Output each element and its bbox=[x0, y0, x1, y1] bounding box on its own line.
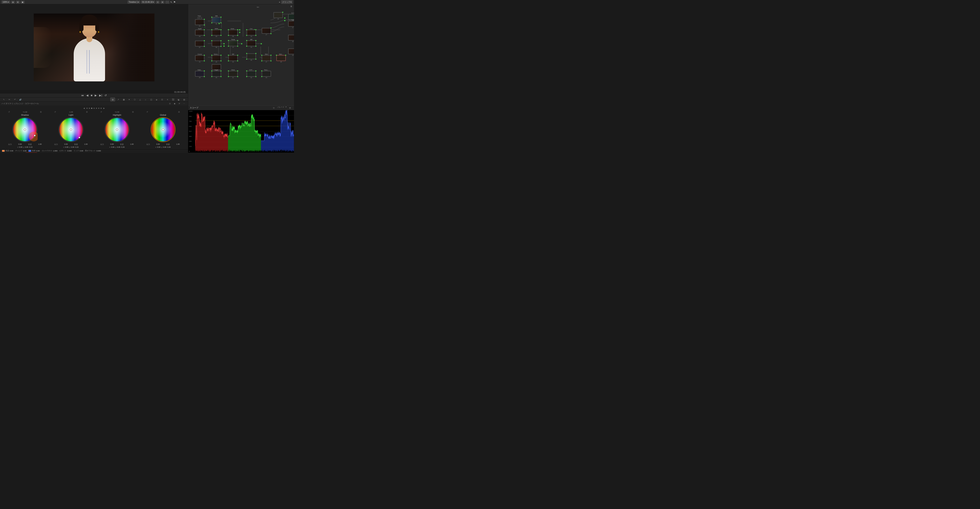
nav-dot-5[interactable] bbox=[96, 108, 97, 109]
node-01[interactable]: Ybai... CST in 01 bbox=[195, 15, 204, 27]
node-wb[interactable]: WB 03 bbox=[212, 15, 221, 24]
tool-custom[interactable]: ✦ bbox=[127, 97, 132, 101]
shadow-wheel[interactable] bbox=[12, 117, 38, 142]
scope-options[interactable]: ⋯ bbox=[182, 102, 186, 105]
node-texu[interactable]: Texu... 33 bbox=[262, 69, 271, 78]
footer-icon-4[interactable]: ✏ bbox=[178, 152, 180, 153]
node-dens[interactable]: Dens... 22 bbox=[212, 53, 221, 62]
footer-icon-2[interactable]: ♪ bbox=[172, 152, 173, 153]
tool-gallery[interactable]: ⬛ bbox=[171, 97, 175, 101]
tint-val[interactable]: 0.00 bbox=[23, 150, 27, 152]
play-btn[interactable]: ▶ bbox=[94, 93, 97, 97]
tool-hdr[interactable]: ⊡ bbox=[160, 97, 164, 101]
node-cst32[interactable]: CST... 32 bbox=[247, 69, 256, 78]
global-expand[interactable]: ⊞ bbox=[178, 111, 180, 113]
node-glow[interactable]: Glow 31 bbox=[228, 69, 238, 78]
clip-dropdown[interactable]: クリップ ▾ bbox=[281, 0, 293, 4]
footer-icon-1[interactable]: ⬡ bbox=[169, 152, 171, 153]
tool-pencil[interactable]: ✏ bbox=[7, 97, 12, 101]
highlight-expand[interactable]: ⊞ bbox=[132, 111, 134, 113]
pivot-val[interactable]: 0.000 bbox=[67, 150, 72, 152]
step-back-btn[interactable]: ◀ bbox=[86, 93, 89, 97]
nav-dot-4[interactable] bbox=[94, 108, 95, 109]
tool-key[interactable]: ⌂ bbox=[143, 97, 148, 101]
black-offset-val[interactable]: 0.000 bbox=[96, 150, 101, 152]
wheels-next[interactable]: ▶ bbox=[103, 107, 105, 110]
tool-bars[interactable]: ▦ bbox=[121, 97, 126, 101]
tool-copy[interactable]: ⬕ bbox=[176, 97, 181, 101]
scope-expand[interactable]: ⊡ bbox=[167, 102, 172, 105]
contrast-val[interactable]: 1.000 bbox=[53, 150, 57, 152]
node-curve[interactable]: Curve 21 bbox=[195, 53, 204, 62]
tool-cursor[interactable]: ↖ bbox=[2, 97, 6, 101]
node-grain[interactable]: Grain 30 bbox=[212, 69, 221, 78]
highlight-reset[interactable]: ↺ bbox=[100, 111, 102, 113]
nav-dot-6[interactable] bbox=[98, 108, 99, 109]
node-nrill[interactable]: NRill 05 bbox=[212, 28, 221, 37]
tool-speaker[interactable]: 🔊 bbox=[18, 97, 23, 101]
node-3split[interactable]: 3split 04 bbox=[195, 28, 204, 37]
monitor-btn[interactable]: ⊡ bbox=[156, 1, 159, 3]
toolbar-btn-2[interactable]: ⊞ bbox=[16, 1, 20, 3]
node-nr-10[interactable]: NR 10 bbox=[247, 38, 256, 48]
scope-expand-btn[interactable]: ⊡ bbox=[272, 106, 276, 110]
scope-fullscreen[interactable]: ⊞ bbox=[288, 106, 293, 110]
grid-btn[interactable]: ⊞ bbox=[161, 1, 164, 3]
zoom-dropdown[interactable]: 108% ▾ bbox=[2, 1, 10, 3]
node-gree[interactable]: Gree... 06 bbox=[228, 28, 238, 37]
mid-val[interactable]: 0.00 bbox=[80, 150, 83, 152]
tool-undo[interactable]: ↶ bbox=[13, 97, 17, 101]
node-07[interactable]: 07 bbox=[195, 41, 204, 48]
go-to-start-btn[interactable]: ⏮ bbox=[81, 93, 84, 97]
shadow-expand[interactable]: ⊞ bbox=[40, 111, 41, 113]
wheels-prev[interactable]: ◀ bbox=[83, 107, 85, 110]
nav-dot-7[interactable] bbox=[100, 108, 102, 109]
tool-color[interactable]: ⬙ bbox=[154, 97, 159, 101]
timecode-display[interactable]: 01:15:46:18 ▾ bbox=[141, 1, 155, 3]
timeline-dropdown[interactable]: Timeline 1 ▾ bbox=[127, 1, 140, 3]
step-forward-btn[interactable]: ▶| bbox=[99, 93, 102, 97]
node-hala[interactable]: Hala... 29 bbox=[195, 69, 204, 78]
light-wheel[interactable] bbox=[58, 117, 84, 142]
tool-wheel[interactable]: ◎ bbox=[110, 97, 115, 101]
nav-dot-1[interactable] bbox=[86, 108, 88, 109]
tool-curves[interactable]: ↗ bbox=[116, 97, 121, 101]
more-btn[interactable]: ⋯ bbox=[165, 1, 169, 3]
node-col[interactable]: CoL 14 bbox=[247, 28, 256, 37]
node-editor-area[interactable]: R bbox=[188, 4, 294, 105]
node-08[interactable]: 08 bbox=[212, 41, 221, 48]
tool-info[interactable]: ▤ bbox=[182, 97, 186, 101]
light-reset[interactable]: ↺ bbox=[54, 111, 56, 113]
stop-btn[interactable]: ■ bbox=[91, 93, 93, 97]
footer-icon-6[interactable]: ⊡ bbox=[185, 152, 186, 153]
nav-dot-2[interactable] bbox=[89, 108, 90, 109]
scope-reset[interactable]: ↺ bbox=[177, 102, 182, 105]
node-26[interactable]: 26 bbox=[247, 53, 256, 61]
color-temp-val[interactable]: 0.00 bbox=[10, 150, 13, 152]
toolbar-btn-1[interactable]: ▤ bbox=[11, 1, 15, 3]
tool-blur[interactable]: ◫ bbox=[149, 97, 153, 101]
tool-brush[interactable]: ⬡ bbox=[132, 97, 137, 101]
tool-shape[interactable]: △ bbox=[138, 97, 143, 101]
shadow-reset[interactable]: ↺ bbox=[8, 111, 10, 113]
footer-icon-3[interactable]: ⬢ bbox=[175, 152, 177, 153]
wb-val[interactable]: 0.00 bbox=[36, 150, 40, 152]
scope-mode[interactable]: ◉ bbox=[172, 102, 177, 105]
global-reset[interactable]: ↺ bbox=[146, 111, 148, 113]
node-17[interactable]: 17 bbox=[262, 28, 271, 35]
node-15[interactable]: 15 bbox=[274, 12, 283, 20]
node-19[interactable]: 19 bbox=[288, 48, 294, 56]
highlight-wheel[interactable] bbox=[104, 117, 130, 142]
global-wheel[interactable] bbox=[150, 117, 176, 142]
node-skin27[interactable]: Skin 27 bbox=[262, 53, 271, 62]
toolbar-btn-3[interactable]: ▣ bbox=[21, 1, 24, 3]
footer-icon-5[interactable]: ⌂ bbox=[182, 152, 183, 153]
nav-dot-3[interactable] bbox=[91, 108, 92, 109]
node-to[interactable]: T-O 17 bbox=[288, 19, 294, 28]
loop-btn[interactable]: ↺ bbox=[104, 93, 107, 97]
tool-effect[interactable]: ≡ bbox=[165, 97, 170, 101]
light-expand[interactable]: ⊞ bbox=[86, 111, 88, 113]
node-18[interactable]: 18 bbox=[288, 35, 294, 42]
scope-mode-label[interactable]: パレード bbox=[277, 106, 285, 110]
node-nr23[interactable]: NR 23 bbox=[228, 53, 238, 62]
